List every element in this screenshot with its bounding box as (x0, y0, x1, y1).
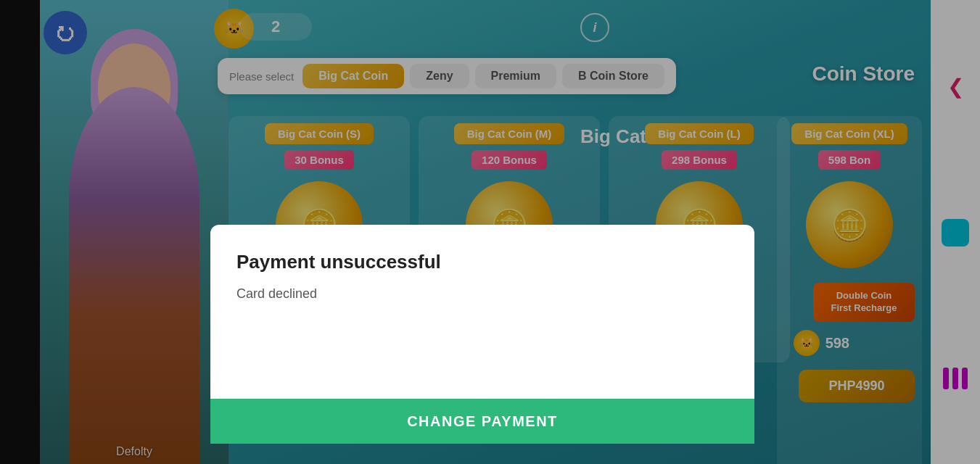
modal-footer[interactable]: CHANGE PAYMENT (210, 399, 754, 444)
modal-content: Payment unsuccessful Card declined (210, 225, 754, 399)
change-payment-button[interactable]: CHANGE PAYMENT (407, 413, 558, 430)
modal-dialog: Payment unsuccessful Card declined CHANG… (210, 225, 754, 444)
modal-title: Payment unsuccessful (236, 251, 728, 273)
modal-subtitle: Card declined (236, 286, 728, 302)
